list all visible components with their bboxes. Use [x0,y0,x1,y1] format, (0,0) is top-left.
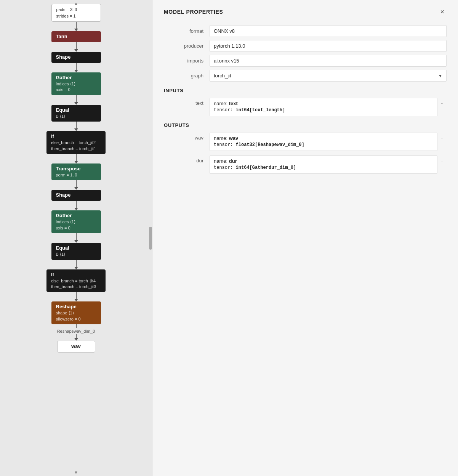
output-dur-label: dur [164,155,210,174]
output-dur-dash: - [437,155,447,174]
connector-10 [74,260,78,269]
close-button[interactable]: × [438,8,447,16]
connector-11 [74,292,78,301]
tanh-node-title: Tanh [56,34,96,39]
imports-text: ai.onnx v15 [214,58,239,64]
output-wav-name-line: name: wav [214,135,433,141]
connector-4 [74,95,78,105]
edge-label-reshape-wav: Reshapewav_dim_0 [57,329,95,333]
inputs-section-title: INPUTS [164,88,447,93]
output-wav-name: wav [229,135,239,141]
imports-label: imports [164,55,210,64]
shape1-node[interactable]: Shape [51,52,101,63]
transpose-node[interactable]: Transpose perm = 1, 0 [51,163,101,180]
input-text-name: text [229,101,238,106]
if2-node-title: If [51,272,101,277]
panel-header: MODEL PROPERTIES × [164,8,447,16]
panel-title: MODEL PROPERTIES [164,9,223,15]
graph-value[interactable]: torch_jit ▼ [210,70,447,82]
equal1-node[interactable]: Equal B ⟨1⟩ [51,105,101,122]
input-text-value-box: name: text tensor: int64[text_length] [210,98,437,116]
output-wav-value-box: name: wav tensor: float32[Reshapewav_dim… [210,133,437,151]
scroll-bottom-indicator[interactable]: ▼ [72,469,81,476]
shape2-node-title: Shape [56,192,96,198]
output-wav-label: wav [164,133,210,151]
if1-node[interactable]: If else_branch = torch_jit2 then_branch … [46,131,106,154]
input-text-row: text name: text tensor: int64[text_lengt… [164,98,447,116]
wav-terminal-node-title: wav [62,343,90,349]
reshape-node[interactable]: Reshape shape ⟨1⟩ allowzero = 0 [51,301,101,324]
producer-value: pytorch 1.13.0 [210,40,447,52]
reshape-node-title: Reshape [56,304,96,309]
format-value: ONNX v8 [210,25,447,37]
equal2-node-body: B ⟨1⟩ [56,252,96,257]
tanh-node[interactable]: Tanh [51,31,101,42]
connector-13 [74,334,78,341]
connector-12 [76,324,77,328]
equal1-node-body: B ⟨1⟩ [56,114,96,119]
graph-row: graph torch_jit ▼ [164,70,447,82]
properties-panel: MODEL PROPERTIES × format ONNX v8 produc… [152,0,458,476]
if1-node-title: If [51,133,101,139]
gather2-node-body: indices ⟨1⟩ axis = 0 [56,219,96,231]
connector-6 [74,154,78,163]
shape1-node-title: Shape [56,54,96,60]
input-text-tensor-line: tensor: int64[text_length] [214,107,433,113]
equal1-node-title: Equal [56,107,96,113]
scroll-top-indicator[interactable]: ▲ [72,0,81,7]
imports-row: imports ai.onnx v15 [164,55,447,67]
output-wav-tensor-line: tensor: float32[Reshapewav_dim_0] [214,142,433,147]
equal2-node[interactable]: Equal B ⟨1⟩ [51,243,101,260]
output-dur-row: dur name: dur tensor: int64[Gatherdur_di… [164,155,447,174]
wav-terminal-node[interactable]: wav [57,341,95,353]
transpose-node-title: Transpose [56,166,96,171]
format-label: format [164,25,210,34]
graph-panel: ▲ pads = 3, 3 strides = 1 Tanh Shape [0,0,152,476]
connector-5 [74,122,78,131]
output-wav-dash: - [437,133,447,151]
graph-dropdown-arrow: ▼ [438,74,442,78]
output-dur-name-line: name: dur [214,158,433,164]
gather2-node[interactable]: Gather indices ⟨1⟩ axis = 0 [51,210,101,233]
reshape-node-body: shape ⟨1⟩ allowzero = 0 [56,310,96,322]
input-text-name-line: name: text [214,101,433,106]
connector-8 [74,201,78,210]
connector-2 [74,42,78,52]
format-row: format ONNX v8 [164,25,447,37]
shape2-node[interactable]: Shape [51,190,101,201]
transpose-node-body: perm = 1, 0 [56,172,96,178]
graph-content: pads = 3, 3 strides = 1 Tanh Shape Gathe… [0,0,152,360]
connector-3 [74,63,78,72]
output-dur-value-box: name: dur tensor: int64[Gatherdur_dim_0] [210,155,437,174]
if1-node-body: else_branch = torch_jit2 then_branch = t… [51,140,101,152]
graph-scrollbar[interactable] [149,227,152,250]
connector-9 [74,233,78,243]
output-dur-tensor-line: tensor: int64[Gatherdur_dim_0] [214,165,433,170]
imports-value: ai.onnx v15 [210,55,447,67]
format-text: ONNX v8 [214,28,235,34]
gather1-node-body: indices ⟨1⟩ axis = 0 [56,81,96,93]
producer-text: pytorch 1.13.0 [214,43,245,49]
graph-label: graph [164,70,210,79]
gather2-node-title: Gather [56,213,96,218]
output-dur-name: dur [229,158,237,164]
producer-label: producer [164,40,210,49]
input-text-dash: - [437,98,447,116]
producer-row: producer pytorch 1.13.0 [164,40,447,52]
if2-node[interactable]: If else_branch = torch_jit4 then_branch … [46,269,106,292]
connector-7 [74,180,78,190]
gather1-node-title: Gather [56,75,96,80]
gather1-node[interactable]: Gather indices ⟨1⟩ axis = 0 [51,72,101,95]
equal2-node-title: Equal [56,245,96,251]
partial-node-line2: strides = 1 [56,13,96,19]
output-wav-row: wav name: wav tensor: float32[Reshapewav… [164,133,447,151]
if2-node-body: else_branch = torch_jit4 then_branch = t… [51,278,101,290]
outputs-section-title: OUTPUTS [164,122,447,128]
connector-1 [74,22,78,31]
input-text-label: text [164,98,210,116]
partial-node-line1: pads = 3, 3 [56,6,96,13]
graph-text: torch_jit [214,73,231,79]
